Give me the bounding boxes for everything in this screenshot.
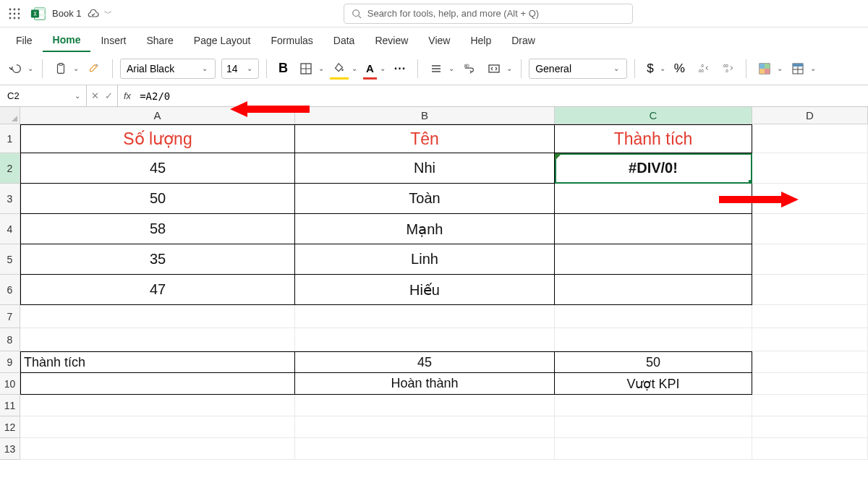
chevron-down-icon[interactable]: ⌄: [447, 64, 456, 72]
document-title[interactable]: Book 1: [52, 8, 81, 19]
undo-button[interactable]: ⌄: [4, 57, 35, 80]
cell[interactable]: 45: [295, 351, 555, 373]
cell[interactable]: Hiếu: [295, 275, 555, 305]
cell[interactable]: [295, 328, 555, 351]
cell[interactable]: [20, 373, 295, 395]
col-header-c[interactable]: C: [555, 107, 752, 124]
decrease-decimal-button[interactable]: .00.0: [717, 57, 739, 80]
tab-insert[interactable]: Insert: [90, 29, 136, 51]
font-color-button[interactable]: A ⌄: [362, 57, 387, 80]
name-box[interactable]: C2 ⌄: [0, 85, 87, 107]
cell[interactable]: [555, 438, 752, 460]
cell[interactable]: [20, 438, 295, 460]
paste-button[interactable]: ⌄: [50, 57, 80, 80]
format-painter-button[interactable]: [83, 57, 105, 80]
cell[interactable]: [752, 328, 868, 351]
tab-draw[interactable]: Draw: [501, 29, 545, 51]
percent-button[interactable]: %: [670, 57, 689, 80]
tab-home[interactable]: Home: [43, 28, 91, 52]
cell[interactable]: Số lượng: [20, 124, 295, 153]
cell[interactable]: Nhi: [295, 153, 555, 184]
cell[interactable]: [752, 373, 868, 395]
chevron-down-icon[interactable]: ⌄: [775, 64, 784, 72]
font-size-select[interactable]: 14 ⌄: [221, 59, 259, 79]
cell[interactable]: [752, 153, 868, 184]
row-header[interactable]: 11: [0, 395, 20, 416]
cell[interactable]: [752, 124, 868, 153]
merge-button[interactable]: ⌄: [483, 57, 514, 80]
col-header-b[interactable]: B: [295, 107, 555, 124]
cell[interactable]: 47: [20, 275, 295, 305]
cell[interactable]: [555, 244, 752, 275]
row-header[interactable]: 12: [0, 416, 20, 438]
row-header[interactable]: 2: [0, 153, 20, 184]
chevron-down-icon[interactable]: ⌄: [378, 64, 387, 72]
format-table-button[interactable]: ⌄: [787, 57, 817, 80]
cell[interactable]: [752, 305, 868, 328]
fill-color-button[interactable]: ⌄: [328, 57, 359, 80]
cell[interactable]: [555, 305, 752, 328]
cell[interactable]: [20, 416, 295, 438]
cell[interactable]: [555, 275, 752, 305]
increase-decimal-button[interactable]: .0.00: [692, 57, 714, 80]
cell[interactable]: [752, 351, 868, 373]
app-launcher-icon[interactable]: [4, 4, 25, 24]
tab-file[interactable]: File: [6, 29, 43, 51]
row-header[interactable]: 8: [0, 328, 20, 351]
tab-review[interactable]: Review: [365, 29, 418, 51]
cell[interactable]: 50: [555, 351, 752, 373]
spreadsheet-grid[interactable]: A B C D 1 Số lượng Tên Thành tích 2 45 N…: [0, 107, 868, 460]
cell[interactable]: [752, 416, 868, 438]
cell[interactable]: 45: [20, 153, 295, 184]
row-header[interactable]: 6: [0, 275, 20, 305]
cell[interactable]: [20, 305, 295, 328]
cell[interactable]: [752, 244, 868, 275]
chevron-down-icon[interactable]: ⌄: [317, 64, 326, 72]
row-header[interactable]: 13: [0, 438, 20, 460]
cell[interactable]: [295, 395, 555, 416]
search-input[interactable]: Search for tools, help, and more (Alt + …: [344, 4, 633, 24]
tab-share[interactable]: Share: [136, 29, 183, 51]
cell[interactable]: 35: [20, 244, 295, 275]
cell[interactable]: [752, 438, 868, 460]
cell[interactable]: 50: [20, 184, 295, 214]
bold-button[interactable]: B: [274, 57, 292, 80]
row-header[interactable]: 5: [0, 244, 20, 275]
cell[interactable]: Mạnh: [295, 214, 555, 244]
more-font-button[interactable]: ···: [390, 57, 410, 80]
row-header[interactable]: 4: [0, 214, 20, 244]
tab-view[interactable]: View: [418, 29, 460, 51]
tab-page-layout[interactable]: Page Layout: [184, 29, 261, 51]
chevron-down-icon[interactable]: ⌄: [26, 64, 35, 72]
row-header[interactable]: 9: [0, 351, 20, 373]
fx-icon[interactable]: fx: [118, 90, 137, 101]
row-header[interactable]: 1: [0, 124, 20, 153]
cell[interactable]: [752, 275, 868, 305]
font-name-select[interactable]: Arial Black ⌄: [120, 59, 216, 79]
borders-button[interactable]: ⌄: [295, 57, 326, 80]
cell[interactable]: Vượt KPI: [555, 373, 752, 395]
cell[interactable]: Linh: [295, 244, 555, 275]
tab-help[interactable]: Help: [460, 29, 501, 51]
cancel-icon[interactable]: ✕: [91, 90, 99, 101]
cell[interactable]: [555, 416, 752, 438]
cell[interactable]: Thành tích: [20, 351, 295, 373]
cell[interactable]: Tên: [295, 124, 555, 153]
formula-input[interactable]: =A2/0: [137, 90, 170, 102]
cell[interactable]: [555, 395, 752, 416]
chevron-down-icon[interactable]: ⌄: [72, 64, 80, 72]
select-all-button[interactable]: [0, 107, 20, 124]
row-header[interactable]: 10: [0, 373, 20, 395]
cell[interactable]: [20, 328, 295, 351]
cell[interactable]: Hoàn thành: [295, 373, 555, 395]
chevron-down-icon[interactable]: ⌄: [809, 64, 817, 72]
col-header-d[interactable]: D: [752, 107, 868, 124]
tab-data[interactable]: Data: [323, 29, 365, 51]
cell[interactable]: [295, 438, 555, 460]
cell[interactable]: [555, 214, 752, 244]
row-header[interactable]: 3: [0, 184, 20, 214]
chevron-down-icon[interactable]: ⌄: [505, 64, 514, 72]
align-button[interactable]: ⌄: [425, 57, 456, 80]
cell[interactable]: 58: [20, 214, 295, 244]
cond-format-button[interactable]: ⌄: [754, 57, 784, 80]
